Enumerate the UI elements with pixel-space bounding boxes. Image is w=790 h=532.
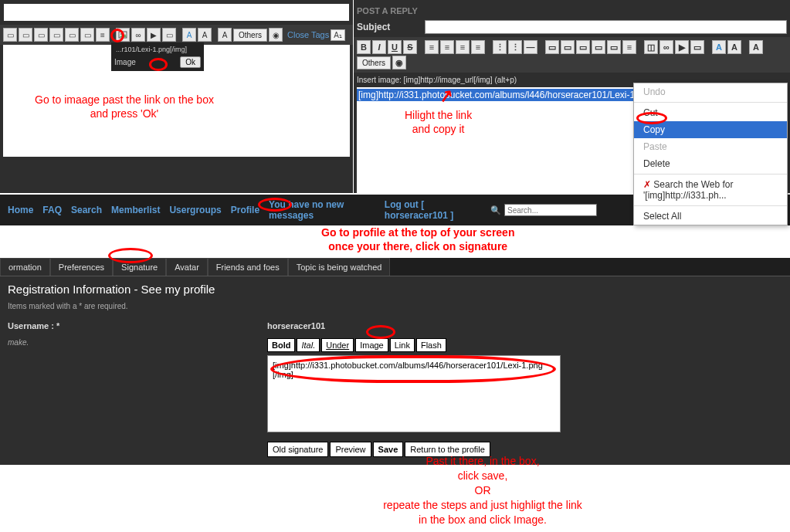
others-button[interactable]: Others xyxy=(357,56,391,69)
tb-icon[interactable]: ≡ xyxy=(425,40,439,54)
nav-profile[interactable]: Profile xyxy=(231,205,259,215)
tb-icon[interactable]: ▭ xyxy=(65,28,79,42)
tb-icon[interactable]: ◉ xyxy=(392,56,406,69)
context-menu: Undo Cut Copy Paste Delete ✗ Search the … xyxy=(633,83,788,225)
char-button[interactable]: A₁ xyxy=(331,29,345,41)
sig-link[interactable]: Link xyxy=(390,338,415,352)
tb-icon[interactable]: ▭ xyxy=(561,40,575,54)
subject-label: Subject xyxy=(357,22,419,32)
annotation-circle xyxy=(110,29,124,42)
annotation-circle xyxy=(366,325,395,339)
old-signature-button[interactable]: Old signature xyxy=(267,442,328,457)
close-tags-link[interactable]: Close Tags xyxy=(287,30,329,39)
username-label: Username : * xyxy=(8,321,267,330)
sig-underline[interactable]: Under xyxy=(321,338,354,352)
others-button[interactable]: Others xyxy=(233,29,267,42)
tab-preferences[interactable]: Preferences xyxy=(50,258,113,276)
underline-button[interactable]: U xyxy=(388,40,402,54)
annotation-circle xyxy=(149,58,168,71)
tb-icon[interactable]: ▭ xyxy=(592,40,605,54)
tb-icon[interactable]: A xyxy=(182,28,196,42)
popup-label: Image xyxy=(114,58,136,66)
ctx-delete[interactable]: Delete xyxy=(634,155,787,172)
annotation-circle xyxy=(636,112,667,124)
sig-image[interactable]: Image xyxy=(355,338,388,352)
separator xyxy=(634,174,787,175)
tb-icon[interactable]: ▶ xyxy=(147,28,161,42)
tb-icon[interactable]: ▭ xyxy=(162,28,176,42)
tb-icon[interactable]: ▭ xyxy=(80,28,94,42)
separator xyxy=(634,102,787,103)
tb-icon[interactable]: A xyxy=(218,28,232,42)
tb-icon[interactable]: ∞ xyxy=(131,28,145,42)
tab-avatar[interactable]: Avatar xyxy=(166,258,208,276)
tab-information[interactable]: ormation xyxy=(0,258,50,276)
ok-button[interactable]: Ok xyxy=(180,56,201,68)
nav-search[interactable]: Search xyxy=(71,205,102,215)
search-input[interactable] xyxy=(504,204,597,216)
tab-watched[interactable]: Topic is being watched xyxy=(288,258,391,276)
tb-icon[interactable]: ― xyxy=(524,40,537,54)
nav-logout[interactable]: Log out [ horseracer101 ] xyxy=(385,199,481,221)
section-title: Registration Information - See my profil… xyxy=(8,283,782,296)
tb-icon[interactable]: ▭ xyxy=(3,28,17,42)
tb-icon[interactable]: ▭ xyxy=(49,28,63,42)
separator xyxy=(634,205,787,206)
italic-button[interactable]: I xyxy=(372,40,386,54)
tb-icon[interactable]: ≡ xyxy=(471,40,485,54)
ctx-search-web[interactable]: ✗ Search the Web for '[img]http://i331.p… xyxy=(634,176,787,204)
tb-icon[interactable]: ≡ xyxy=(96,28,110,42)
tb-icon[interactable]: ▭ xyxy=(34,28,48,42)
tb-icon[interactable]: ▭ xyxy=(19,28,32,42)
registration-section: Registration Information - See my profil… xyxy=(0,276,790,317)
selected-text[interactable]: [img]http://i331.photobucket.com/albums/… xyxy=(357,89,677,101)
tb-icon[interactable]: ▭ xyxy=(545,40,559,54)
tb-icon[interactable]: ▭ xyxy=(690,40,704,54)
username-value: horseracer101 xyxy=(267,321,325,330)
annotation-circle xyxy=(270,355,556,383)
tb-icon[interactable]: ◉ xyxy=(269,28,283,42)
required-note: Items marked with a * are required. xyxy=(8,302,782,310)
nav-memberlist[interactable]: Memberlist xyxy=(111,205,160,215)
strike-button[interactable]: S xyxy=(403,40,417,54)
tb-icon[interactable]: ≡ xyxy=(440,40,454,54)
nav-usergroups[interactable]: Usergroups xyxy=(169,205,221,215)
tb-icon[interactable]: A xyxy=(712,40,726,54)
tb-icon[interactable]: ▭ xyxy=(576,40,590,54)
nav-home[interactable]: Home xyxy=(8,205,33,215)
image-icon[interactable]: ◫ xyxy=(644,40,658,54)
annotation-text: Go to profile at the top of your screen … xyxy=(321,225,514,253)
tb-icon[interactable]: A xyxy=(198,28,212,42)
annotation-circle xyxy=(258,198,292,212)
tb-icon[interactable]: A xyxy=(727,40,741,54)
tb-icon[interactable]: A xyxy=(749,40,763,54)
ctx-paste: Paste xyxy=(634,138,787,155)
sig-desc: make. xyxy=(8,338,267,457)
sig-italic[interactable]: Ital. xyxy=(297,338,320,352)
annotation-text: Past it there, in the box, click save, O… xyxy=(359,454,606,527)
tb-icon[interactable]: ▶ xyxy=(675,40,689,54)
tb-icon[interactable]: ≡ xyxy=(456,40,470,54)
nav-faq[interactable]: FAQ xyxy=(42,205,62,215)
annotation-text: Hilight the link and copy it xyxy=(405,108,472,136)
subject-input[interactable] xyxy=(425,20,787,34)
tb-icon[interactable]: ⋮ xyxy=(493,40,507,54)
tb-icon[interactable]: ▭ xyxy=(607,40,621,54)
post-reply-title: POST A REPLY xyxy=(354,0,790,17)
subject-input[interactable] xyxy=(4,4,349,21)
format-toolbar: B I U S ≡ ≡ ≡ ≡ ⋮ ⋮ ― ▭ ▭ ▭ ▭ ▭ ≡ ◫ ∞ ▶ … xyxy=(354,37,790,73)
ctx-undo: Undo xyxy=(634,83,787,100)
tb-icon[interactable]: ≡ xyxy=(622,40,636,54)
search-icon: 🔍 xyxy=(490,205,501,215)
sig-flash[interactable]: Flash xyxy=(416,338,446,352)
tb-icon[interactable]: ⋮ xyxy=(508,40,522,54)
sig-bold[interactable]: Bold xyxy=(267,338,295,352)
annotation-circle xyxy=(108,248,153,263)
tab-friends[interactable]: Friends and foes xyxy=(208,258,288,276)
annotation-text: Go to imaage past the link on the box an… xyxy=(35,93,214,120)
sig-toolbar: Bold Ital. Under Image Link Flash xyxy=(267,338,561,352)
link-icon[interactable]: ∞ xyxy=(659,40,673,54)
ctx-select-all[interactable]: Select All xyxy=(634,208,787,225)
popup-url-text: ...r101/Lexi-1.png[/img] xyxy=(113,44,202,55)
bold-button[interactable]: B xyxy=(357,40,371,54)
